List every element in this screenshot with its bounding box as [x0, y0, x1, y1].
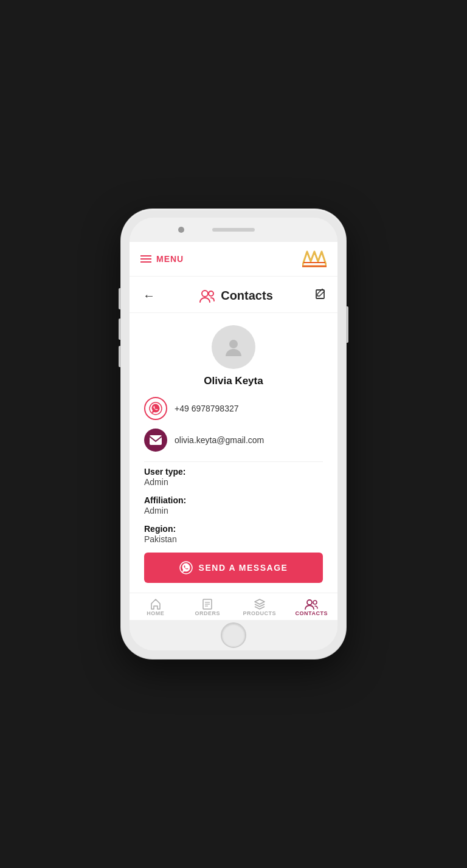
affiliation-block: Affiliation: Admin	[144, 495, 323, 515]
edit-button[interactable]	[314, 288, 327, 303]
phone-bottom	[130, 620, 337, 650]
app-screen: MENU ←	[130, 242, 337, 620]
phone-inner: MENU ←	[130, 218, 337, 650]
brand-logo-icon	[302, 249, 327, 269]
send-message-button[interactable]: SEND A MESSAGE	[144, 553, 323, 583]
tab-bar: HOME ORDERS	[130, 593, 337, 620]
send-button-label: SEND A MESSAGE	[199, 563, 288, 573]
email-icon-circle	[144, 429, 167, 452]
affiliation-label: Affiliation:	[144, 495, 323, 505]
menu-label: MENU	[156, 254, 184, 264]
avatar-section: Olivia Keyta	[144, 325, 323, 387]
svg-marker-0	[302, 252, 327, 266]
contact-info: +49 6978798327 olivia.keyta@gmail.com	[144, 397, 323, 452]
tab-contacts[interactable]: CONTACTS	[286, 593, 338, 620]
section-divider	[144, 461, 323, 462]
svg-rect-8	[150, 435, 162, 445]
email-address: olivia.keyta@gmail.com	[175, 435, 264, 445]
phone-row: +49 6978798327	[144, 397, 323, 420]
hamburger-icon	[140, 255, 151, 263]
affiliation-value: Admin	[144, 506, 323, 515]
user-details: User type: Admin Affiliation: Admin Regi…	[144, 467, 323, 544]
svg-point-4	[209, 291, 213, 296]
page-title: Contacts	[221, 289, 273, 303]
home-button[interactable]	[221, 622, 246, 648]
tab-orders-label: ORDERS	[195, 610, 220, 616]
svg-point-15	[307, 600, 312, 605]
avatar-person-icon	[223, 336, 244, 358]
user-type-block: User type: Admin	[144, 467, 323, 487]
send-whatsapp-icon	[179, 561, 193, 574]
tab-contacts-label: CONTACTS	[296, 610, 328, 616]
tab-products-label: PRODUCTS	[243, 610, 276, 616]
region-block: Region: Pakistan	[144, 524, 323, 544]
tab-home-label: HOME	[147, 610, 164, 616]
region-label: Region:	[144, 524, 323, 534]
speaker	[212, 228, 255, 232]
menu-bar: MENU	[130, 242, 337, 277]
svg-point-16	[313, 601, 317, 604]
back-button[interactable]: ←	[140, 286, 157, 305]
phone-frame: MENU ←	[121, 209, 346, 659]
tab-products[interactable]: PRODUCTS	[234, 593, 286, 620]
whatsapp-phone-icon	[149, 402, 162, 415]
home-tab-icon	[150, 598, 162, 610]
products-tab-icon	[254, 598, 266, 610]
header-title-group: Contacts	[199, 289, 273, 303]
svg-point-3	[202, 291, 208, 297]
contact-content: Olivia Keyta +49 6978798327	[130, 313, 337, 593]
email-row: olivia.keyta@gmail.com	[144, 429, 323, 452]
tab-orders[interactable]: ORDERS	[182, 593, 234, 620]
contacts-header-icon	[199, 289, 216, 303]
user-type-label: User type:	[144, 467, 323, 477]
email-icon	[149, 435, 162, 446]
svg-point-6	[229, 340, 238, 348]
phone-icon-circle	[144, 397, 167, 420]
user-type-value: Admin	[144, 477, 323, 487]
menu-button[interactable]: MENU	[140, 254, 184, 264]
contact-name: Olivia Keyta	[204, 375, 263, 387]
phone-top	[130, 218, 337, 242]
contacts-tab-icon	[305, 598, 318, 610]
tab-home[interactable]: HOME	[130, 593, 182, 620]
edit-icon	[314, 288, 327, 300]
phone-number: +49 6978798327	[175, 404, 239, 413]
region-value: Pakistan	[144, 534, 323, 544]
camera-notch	[178, 227, 184, 233]
avatar	[212, 325, 255, 369]
page-header: ← Contacts	[130, 277, 337, 313]
orders-tab-icon	[201, 598, 213, 610]
